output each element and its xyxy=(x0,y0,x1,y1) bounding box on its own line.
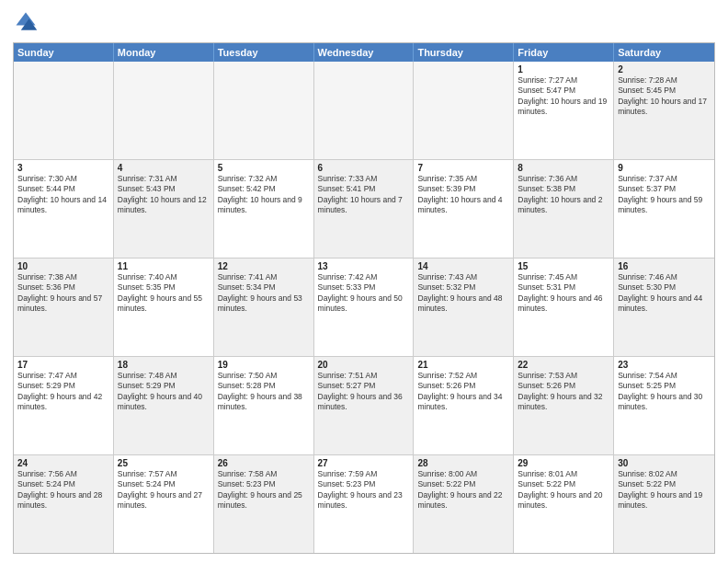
day-info: Sunrise: 7:52 AM Sunset: 5:26 PM Dayligh… xyxy=(417,371,502,411)
calendar-day-cell: 17Sunrise: 7:47 AM Sunset: 5:29 PM Dayli… xyxy=(14,357,114,454)
day-info: Sunrise: 7:47 AM Sunset: 5:29 PM Dayligh… xyxy=(17,371,102,411)
day-info: Sunrise: 8:01 AM Sunset: 5:22 PM Dayligh… xyxy=(518,469,602,510)
calendar-week-row: 3Sunrise: 7:30 AM Sunset: 5:44 PM Daylig… xyxy=(14,160,714,259)
calendar-day-cell: 6Sunrise: 7:33 AM Sunset: 5:41 PM Daylig… xyxy=(314,160,415,258)
day-number: 11 xyxy=(118,261,210,271)
calendar-day-cell: 11Sunrise: 7:40 AM Sunset: 5:35 PM Dayli… xyxy=(114,259,214,356)
day-info: Sunrise: 7:53 AM Sunset: 5:26 PM Dayligh… xyxy=(518,371,602,411)
day-info: Sunrise: 7:50 AM Sunset: 5:28 PM Dayligh… xyxy=(218,371,302,411)
day-number: 5 xyxy=(218,163,310,173)
day-info: Sunrise: 7:33 AM Sunset: 5:41 PM Dayligh… xyxy=(318,174,403,214)
day-info: Sunrise: 8:00 AM Sunset: 5:22 PM Dayligh… xyxy=(417,469,502,510)
calendar-day-cell: 7Sunrise: 7:35 AM Sunset: 5:39 PM Daylig… xyxy=(414,160,514,258)
day-info: Sunrise: 7:40 AM Sunset: 5:35 PM Dayligh… xyxy=(118,272,202,313)
calendar-day-cell: 20Sunrise: 7:51 AM Sunset: 5:27 PM Dayli… xyxy=(314,357,415,454)
day-info: Sunrise: 7:57 AM Sunset: 5:24 PM Dayligh… xyxy=(118,469,202,510)
calendar-week-row: 1Sunrise: 7:27 AM Sunset: 5:47 PM Daylig… xyxy=(14,62,714,160)
day-number: 9 xyxy=(618,163,711,173)
day-number: 8 xyxy=(518,163,609,173)
calendar: SundayMondayTuesdayWednesdayThursdayFrid… xyxy=(13,42,715,554)
calendar-week-row: 17Sunrise: 7:47 AM Sunset: 5:29 PM Dayli… xyxy=(14,357,714,455)
day-info: Sunrise: 7:58 AM Sunset: 5:23 PM Dayligh… xyxy=(218,469,302,510)
day-info: Sunrise: 7:27 AM Sunset: 5:47 PM Dayligh… xyxy=(518,75,607,116)
calendar-body: 1Sunrise: 7:27 AM Sunset: 5:47 PM Daylig… xyxy=(14,62,714,553)
weekday-header: Tuesday xyxy=(214,43,314,62)
day-info: Sunrise: 7:43 AM Sunset: 5:32 PM Dayligh… xyxy=(417,272,502,313)
day-info: Sunrise: 7:46 AM Sunset: 5:30 PM Dayligh… xyxy=(618,272,702,313)
day-info: Sunrise: 7:42 AM Sunset: 5:33 PM Dayligh… xyxy=(318,272,403,313)
calendar-day-cell: 1Sunrise: 7:27 AM Sunset: 5:47 PM Daylig… xyxy=(514,62,614,159)
day-number: 12 xyxy=(218,261,310,271)
day-info: Sunrise: 7:36 AM Sunset: 5:38 PM Dayligh… xyxy=(518,174,602,214)
calendar-day-cell: 23Sunrise: 7:54 AM Sunset: 5:25 PM Dayli… xyxy=(614,357,714,454)
calendar-day-cell xyxy=(214,62,314,159)
day-number: 21 xyxy=(417,360,509,370)
day-number: 17 xyxy=(17,360,109,370)
calendar-day-cell: 30Sunrise: 8:02 AM Sunset: 5:22 PM Dayli… xyxy=(614,455,714,553)
calendar-day-cell: 2Sunrise: 7:28 AM Sunset: 5:45 PM Daylig… xyxy=(614,62,714,159)
calendar-day-cell: 13Sunrise: 7:42 AM Sunset: 5:33 PM Dayli… xyxy=(314,259,415,356)
day-info: Sunrise: 7:41 AM Sunset: 5:34 PM Dayligh… xyxy=(218,272,302,313)
day-info: Sunrise: 7:31 AM Sunset: 5:43 PM Dayligh… xyxy=(118,174,207,214)
calendar-day-cell: 10Sunrise: 7:38 AM Sunset: 5:36 PM Dayli… xyxy=(14,259,114,356)
day-info: Sunrise: 7:30 AM Sunset: 5:44 PM Dayligh… xyxy=(17,174,107,214)
day-number: 25 xyxy=(118,458,210,468)
calendar-day-cell: 4Sunrise: 7:31 AM Sunset: 5:43 PM Daylig… xyxy=(114,160,214,258)
day-number: 30 xyxy=(618,458,711,468)
calendar-day-cell xyxy=(314,62,415,159)
day-info: Sunrise: 7:48 AM Sunset: 5:29 PM Dayligh… xyxy=(118,371,202,411)
day-number: 22 xyxy=(518,360,609,370)
calendar-header: SundayMondayTuesdayWednesdayThursdayFrid… xyxy=(14,43,714,62)
day-info: Sunrise: 7:56 AM Sunset: 5:24 PM Dayligh… xyxy=(17,469,102,510)
calendar-day-cell: 18Sunrise: 7:48 AM Sunset: 5:29 PM Dayli… xyxy=(114,357,214,454)
calendar-day-cell: 25Sunrise: 7:57 AM Sunset: 5:24 PM Dayli… xyxy=(114,455,214,553)
day-info: Sunrise: 7:54 AM Sunset: 5:25 PM Dayligh… xyxy=(618,371,702,411)
logo xyxy=(13,9,42,35)
day-number: 7 xyxy=(417,163,509,173)
day-number: 27 xyxy=(318,458,410,468)
calendar-day-cell: 19Sunrise: 7:50 AM Sunset: 5:28 PM Dayli… xyxy=(214,357,314,454)
calendar-day-cell: 12Sunrise: 7:41 AM Sunset: 5:34 PM Dayli… xyxy=(214,259,314,356)
calendar-day-cell: 26Sunrise: 7:58 AM Sunset: 5:23 PM Dayli… xyxy=(214,455,314,553)
day-number: 29 xyxy=(518,458,609,468)
weekday-header: Wednesday xyxy=(314,43,415,62)
day-number: 3 xyxy=(17,163,109,173)
day-info: Sunrise: 7:59 AM Sunset: 5:23 PM Dayligh… xyxy=(318,469,403,510)
day-number: 6 xyxy=(318,163,410,173)
day-number: 13 xyxy=(318,261,410,271)
weekday-header: Saturday xyxy=(614,43,714,62)
calendar-day-cell: 5Sunrise: 7:32 AM Sunset: 5:42 PM Daylig… xyxy=(214,160,314,258)
calendar-day-cell: 28Sunrise: 8:00 AM Sunset: 5:22 PM Dayli… xyxy=(414,455,514,553)
day-number: 28 xyxy=(417,458,509,468)
calendar-day-cell: 27Sunrise: 7:59 AM Sunset: 5:23 PM Dayli… xyxy=(314,455,415,553)
day-info: Sunrise: 7:28 AM Sunset: 5:45 PM Dayligh… xyxy=(618,75,707,116)
day-number: 16 xyxy=(618,261,711,271)
day-number: 18 xyxy=(118,360,210,370)
weekday-header: Thursday xyxy=(414,43,514,62)
day-info: Sunrise: 7:32 AM Sunset: 5:42 PM Dayligh… xyxy=(218,174,302,214)
day-number: 20 xyxy=(318,360,410,370)
calendar-day-cell: 24Sunrise: 7:56 AM Sunset: 5:24 PM Dayli… xyxy=(14,455,114,553)
day-number: 19 xyxy=(218,360,310,370)
day-info: Sunrise: 7:38 AM Sunset: 5:36 PM Dayligh… xyxy=(17,272,102,313)
logo-icon xyxy=(13,9,39,35)
day-info: Sunrise: 7:51 AM Sunset: 5:27 PM Dayligh… xyxy=(318,371,403,411)
day-info: Sunrise: 7:45 AM Sunset: 5:31 PM Dayligh… xyxy=(518,272,602,313)
day-number: 15 xyxy=(518,261,609,271)
calendar-day-cell: 14Sunrise: 7:43 AM Sunset: 5:32 PM Dayli… xyxy=(414,259,514,356)
day-number: 2 xyxy=(618,64,711,75)
calendar-day-cell: 16Sunrise: 7:46 AM Sunset: 5:30 PM Dayli… xyxy=(614,259,714,356)
calendar-day-cell: 9Sunrise: 7:37 AM Sunset: 5:37 PM Daylig… xyxy=(614,160,714,258)
page-header xyxy=(13,9,715,35)
weekday-header: Sunday xyxy=(14,43,114,62)
calendar-day-cell: 8Sunrise: 7:36 AM Sunset: 5:38 PM Daylig… xyxy=(514,160,614,258)
calendar-day-cell xyxy=(114,62,214,159)
calendar-day-cell: 21Sunrise: 7:52 AM Sunset: 5:26 PM Dayli… xyxy=(414,357,514,454)
calendar-week-row: 24Sunrise: 7:56 AM Sunset: 5:24 PM Dayli… xyxy=(14,455,714,553)
day-number: 1 xyxy=(518,64,609,75)
day-number: 10 xyxy=(17,261,109,271)
day-info: Sunrise: 7:37 AM Sunset: 5:37 PM Dayligh… xyxy=(618,174,702,214)
calendar-day-cell: 3Sunrise: 7:30 AM Sunset: 5:44 PM Daylig… xyxy=(14,160,114,258)
calendar-day-cell xyxy=(14,62,114,159)
day-info: Sunrise: 8:02 AM Sunset: 5:22 PM Dayligh… xyxy=(618,469,702,510)
